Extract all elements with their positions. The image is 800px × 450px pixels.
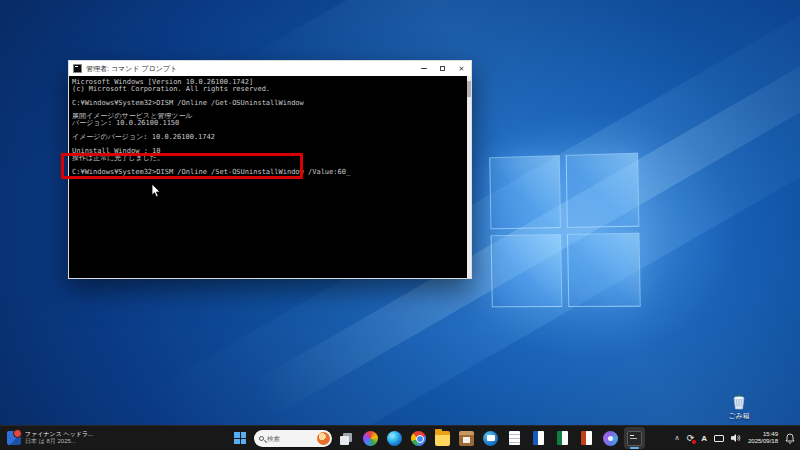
widgets-finance-icon	[7, 431, 21, 445]
search-highlight-avatar	[317, 432, 330, 445]
windows-logo-pane	[566, 153, 640, 228]
terminal-icon	[627, 431, 642, 446]
windows-logo-pane	[567, 233, 641, 307]
edge-button[interactable]	[384, 427, 405, 449]
recycle-bin-icon	[730, 393, 748, 410]
excel-button[interactable]	[552, 427, 573, 449]
file-explorer-button[interactable]	[432, 427, 453, 449]
close-icon: ✕	[459, 65, 465, 72]
windows-logo	[489, 153, 641, 308]
search-input[interactable]	[267, 435, 311, 442]
close-button[interactable]: ✕	[452, 61, 471, 76]
display-tray-icon[interactable]	[714, 435, 724, 442]
console-scrollbar-thumb[interactable]	[467, 81, 471, 97]
taskbar-apps	[336, 427, 645, 449]
taskbar: ファイナンス ヘッドラ... 日本 は 8月 2025... ∧ ⟳ A 15:…	[0, 425, 800, 450]
task-view-button[interactable]	[336, 427, 357, 449]
start-button[interactable]	[230, 428, 250, 448]
console-line: (c) Microsoft Corporation. All rights re…	[72, 86, 467, 93]
word-button[interactable]	[528, 427, 549, 449]
notepad-icon	[507, 431, 522, 446]
volume-icon[interactable]	[731, 433, 741, 443]
widget-subline: 日本 は 8月 2025...	[25, 438, 93, 445]
search-icon	[259, 436, 264, 441]
tray-date: 2025/09/18	[748, 438, 778, 445]
minimize-button[interactable]	[414, 61, 433, 76]
copilot-button[interactable]	[360, 427, 381, 449]
notification-bell-icon[interactable]	[785, 433, 795, 444]
widgets-button[interactable]: ファイナンス ヘッドラ... 日本 は 8月 2025...	[2, 426, 98, 450]
task-view-icon	[339, 431, 354, 446]
console-line: バージョン: 10.0.26100.1150	[72, 120, 467, 127]
window-titlebar[interactable]: 管理者: コマンド プロンプト ✕	[69, 61, 471, 76]
console-line: C:¥Windows¥System32>DISM /Online /Get-OS…	[72, 100, 467, 107]
mouse-cursor	[152, 184, 162, 198]
outlook-button[interactable]	[480, 427, 501, 449]
store-button[interactable]	[456, 427, 477, 449]
recycle-bin-label: ごみ箱	[716, 411, 762, 421]
ime-mode-indicator[interactable]: A	[701, 434, 707, 443]
minimize-icon	[421, 68, 427, 69]
photos-button[interactable]	[600, 427, 621, 449]
maximize-icon	[440, 66, 445, 71]
word-icon	[531, 431, 546, 446]
chrome-button[interactable]	[408, 427, 429, 449]
edge-icon	[387, 431, 402, 446]
tray-clock[interactable]: 15:49 2025/09/18	[748, 431, 778, 445]
update-pending-icon[interactable]: ⟳	[687, 434, 695, 443]
tray-time: 15:49	[748, 431, 778, 438]
windows-start-icon	[234, 432, 246, 444]
powerpoint-button[interactable]	[576, 427, 597, 449]
terminal-button[interactable]	[624, 427, 645, 449]
cmd-app-icon	[73, 64, 82, 73]
tray-overflow-chevron-icon[interactable]: ∧	[675, 434, 680, 442]
windows-logo-pane	[489, 155, 561, 229]
windows-logo-pane	[491, 234, 563, 307]
store-icon	[459, 431, 474, 446]
taskbar-search[interactable]	[254, 430, 332, 447]
powerpoint-icon	[579, 431, 594, 446]
copilot-icon	[363, 431, 378, 446]
recycle-bin-shortcut[interactable]: ごみ箱	[716, 393, 762, 421]
console-scrollbar[interactable]	[467, 76, 471, 278]
excel-icon	[555, 431, 570, 446]
outlook-icon	[483, 431, 498, 446]
red-highlight-box	[61, 153, 303, 179]
console-line: イメージのバージョン: 10.0.26100.1742	[72, 134, 467, 141]
notepad-button[interactable]	[504, 427, 525, 449]
maximize-button[interactable]	[433, 61, 452, 76]
widget-headline: ファイナンス ヘッドラ...	[25, 431, 93, 438]
photos-icon	[603, 431, 618, 446]
window-title: 管理者: コマンド プロンプト	[86, 64, 177, 74]
file-explorer-icon	[435, 431, 450, 446]
system-tray: ∧ ⟳ A 15:49 2025/09/18	[675, 426, 797, 450]
chrome-icon	[411, 431, 426, 446]
